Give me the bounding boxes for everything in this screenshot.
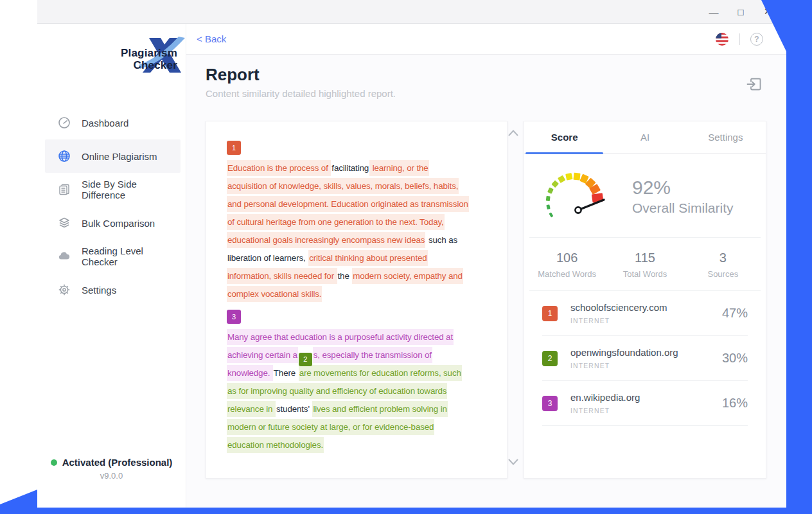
stat-total-words: 115 Total Words <box>606 251 684 279</box>
source-percent: 30% <box>722 351 748 366</box>
maximize-button[interactable]: □ <box>730 2 752 21</box>
doc-text-run: education methodologies. <box>227 437 324 453</box>
us-flag-icon[interactable] <box>715 32 729 46</box>
doc-text-run: achieving certain a <box>227 347 298 363</box>
doc-text-run: of cultural heritage from one generation… <box>227 214 445 230</box>
tab-settings[interactable]: Settings <box>685 121 766 153</box>
similarity-gauge-icon <box>540 164 622 228</box>
doc-text-run: students' <box>276 401 312 417</box>
cloud-icon <box>58 250 71 263</box>
report-main-area: Report Content similarity detailed highl… <box>186 55 786 508</box>
sources-list: 1 schoolofsciencery.com INTERNET 47% 2 o… <box>524 291 766 426</box>
sidebar-item-online-plagiarism[interactable]: Online Plagiarism <box>45 139 181 173</box>
activation-status: Activated (Professional) v9.0.0 <box>37 457 186 481</box>
doc-text-run: Education is the process of <box>227 160 331 176</box>
source-domain: openwingsfoundation.org <box>570 347 678 358</box>
doc-line: acquisition of knowledge, skills, values… <box>227 177 502 195</box>
source-marker-badge[interactable]: 1 <box>227 141 241 155</box>
similarity-label: Overall Similarity <box>632 200 734 216</box>
source-marker-badge[interactable]: 3 <box>227 310 241 324</box>
similarity-readout: 92% Overall Similarity <box>632 177 734 216</box>
stat-matched-words: 106 Matched Words <box>528 251 606 279</box>
sidebar-item-bulk-comparison[interactable]: Bulk Comparison <box>45 206 181 240</box>
doc-text-run: modern or future society at large, or fo… <box>227 419 434 435</box>
doc-text-run: modern society, empathy and <box>352 268 463 284</box>
score-panel-tabs: Score AI Settings <box>524 121 766 154</box>
documents-icon <box>58 183 71 196</box>
export-report-icon[interactable] <box>746 75 764 93</box>
back-link[interactable]: < Back <box>197 33 226 44</box>
doc-line: achieving certain a2s, especially the tr… <box>227 346 502 364</box>
minimize-button[interactable]: — <box>703 2 725 21</box>
document-report-card[interactable]: 1Education is the process of facilitatin… <box>206 121 508 479</box>
window-titlebar: — □ ✕ <box>37 0 812 24</box>
stats-row: 106 Matched Words 115 Total Words 3 Sour… <box>524 238 766 290</box>
doc-line: as for improving quality and efficiency … <box>227 382 502 400</box>
doc-text-run: learning, or the <box>369 160 429 176</box>
source-row[interactable]: 2 openwingsfoundation.org INTERNET 30% <box>542 336 748 381</box>
sidebar-item-label: Online Plagiarism <box>82 151 157 162</box>
help-icon[interactable]: ? <box>750 33 763 46</box>
doc-line: and personal development. Education orig… <box>227 195 502 213</box>
source-type: INTERNET <box>570 362 678 369</box>
source-row[interactable]: 1 schoolofsciencery.com INTERNET 47% <box>542 291 748 336</box>
accent-triangle-bottom-left <box>0 490 37 508</box>
doc-text-run: knowledge. <box>227 365 273 381</box>
doc-text-run: liberation of learners, <box>227 250 308 266</box>
page-title: Report <box>206 65 260 85</box>
header-icons: ? <box>715 32 763 46</box>
doc-text-run: facilitating <box>331 160 369 176</box>
sidebar-item-label: Dashboard <box>82 118 128 128</box>
source-type: INTERNET <box>570 407 640 414</box>
sidebar-item-reading-level[interactable]: Reading Level Checker <box>45 240 181 273</box>
doc-text-run: Many agree that education is a purposefu… <box>227 329 454 345</box>
doc-line: relevance in students' lives and efficie… <box>227 400 502 418</box>
accent-band-bottom <box>0 508 812 514</box>
doc-text-run: critical thinking about presented <box>308 250 427 266</box>
doc-text-run: complex vocational skills. <box>227 286 322 302</box>
source-badge: 2 <box>542 351 558 366</box>
scroll-up-icon[interactable] <box>508 129 519 137</box>
app-logo: Plagiarism Checker <box>69 38 191 84</box>
gear-icon <box>58 283 71 296</box>
doc-text-run: acquisition of knowledge, skills, values… <box>227 178 459 194</box>
tab-ai[interactable]: AI <box>605 121 685 153</box>
doc-text-run: are movements for education reforms, suc… <box>299 365 462 381</box>
source-percent: 16% <box>722 396 748 411</box>
globe-icon <box>58 150 71 163</box>
doc-line: complex vocational skills. <box>227 285 502 303</box>
sidebar-item-dashboard[interactable]: Dashboard <box>45 106 181 139</box>
doc-line: knowledge. There are movements for educa… <box>227 364 502 382</box>
doc-text-run: educational goals increasingly encompass… <box>227 232 425 248</box>
sidebar-item-label: Settings <box>82 285 116 296</box>
doc-line: education methodologies. <box>227 436 502 454</box>
doc-text-run: There <box>273 365 299 381</box>
doc-paragraph: 3Many agree that education is a purposef… <box>227 310 502 454</box>
status-dot-icon <box>51 459 57 466</box>
doc-text-run: s, especially the transmission of <box>313 347 432 363</box>
doc-text-run: such as <box>425 232 458 248</box>
doc-text-run: information, skills needed for <box>227 268 337 284</box>
sidebar: Plagiarism Checker Dashboard Online Plag… <box>37 24 186 508</box>
similarity-gauge-section: 92% Overall Similarity <box>524 154 766 228</box>
score-panel: Score AI Settings <box>524 121 766 479</box>
sidebar-item-settings[interactable]: Settings <box>45 273 181 306</box>
report-header-bar: < Back ? <box>186 24 786 55</box>
doc-paragraph: 1Education is the process of facilitatin… <box>227 141 502 303</box>
source-row[interactable]: 3 en.wikipedia.org INTERNET 16% <box>542 381 748 426</box>
header-divider <box>739 33 740 45</box>
doc-text-run: as for improving quality and efficiency … <box>227 383 447 399</box>
sidebar-item-side-by-side[interactable]: Side By Side Difference <box>45 173 181 206</box>
sidebar-item-label: Bulk Comparison <box>82 218 155 229</box>
doc-line: liberation of learners, critical thinkin… <box>227 249 502 267</box>
tab-score[interactable]: Score <box>524 121 605 153</box>
source-marker-badge[interactable]: 2 <box>299 353 312 366</box>
sidebar-item-label: Reading Level Checker <box>82 245 181 267</box>
layers-icon <box>58 217 71 229</box>
dashboard-gauge-icon <box>58 116 71 129</box>
app-window: — □ ✕ Plagiarism Checker Dashboard <box>0 0 812 514</box>
doc-text-run: relevance in <box>227 401 276 417</box>
doc-line: of cultural heritage from one generation… <box>227 213 502 231</box>
doc-text-run: lives and efficient problem solving in <box>312 401 447 417</box>
scroll-down-icon[interactable] <box>508 458 519 466</box>
